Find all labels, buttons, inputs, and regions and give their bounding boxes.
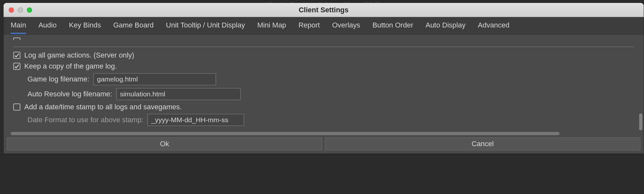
label-add-timestamp: Add a date/time stamp to all logs and sa…: [24, 103, 182, 111]
titlebar: Client Settings: [4, 3, 644, 17]
tab-auto-display[interactable]: Auto Display: [426, 21, 466, 33]
checkbox-log-all-actions[interactable]: [13, 52, 20, 59]
row-keep-copy: Keep a copy of the game log.: [13, 62, 634, 70]
settings-content: Log all game actions. (Server only) Keep…: [4, 35, 644, 135]
tab-report[interactable]: Report: [298, 21, 320, 33]
row-add-timestamp: Add a date/time stamp to all logs and sa…: [13, 103, 634, 111]
checkbox-keep-copy[interactable]: [13, 63, 20, 70]
row-date-format: Date Format to use for above stamp:: [13, 114, 634, 126]
tab-game-board[interactable]: Game Board: [113, 21, 154, 33]
label-auto-resolve-filename: Auto Resolve log filename:: [28, 90, 112, 98]
tab-key-binds[interactable]: Key Binds: [69, 21, 101, 33]
clipped-checkbox[interactable]: [13, 38, 20, 40]
tab-overlays[interactable]: Overlays: [332, 21, 360, 33]
input-game-log-filename[interactable]: [93, 73, 216, 85]
dialog-buttons: Ok Cancel: [7, 137, 640, 150]
row-game-log-filename: Game log filename:: [13, 73, 634, 85]
tab-bar: Main Audio Key Binds Game Board Unit Too…: [4, 17, 644, 35]
row-log-all-actions: Log all game actions. (Server only): [13, 51, 634, 59]
checkbox-add-timestamp[interactable]: [13, 103, 20, 111]
input-auto-resolve-filename[interactable]: [116, 88, 241, 100]
tab-mini-map[interactable]: Mini Map: [257, 21, 286, 33]
clipped-row-above: [13, 38, 634, 40]
tab-button-order[interactable]: Button Order: [372, 21, 413, 33]
vertical-scrollbar-thumb[interactable]: [639, 113, 642, 130]
group-separator: [13, 47, 634, 47]
input-date-format[interactable]: [147, 114, 244, 126]
row-auto-resolve-filename: Auto Resolve log filename:: [13, 88, 634, 100]
label-date-format: Date Format to use for above stamp:: [28, 116, 143, 124]
label-game-log-filename: Game log filename:: [28, 75, 89, 83]
tab-advanced[interactable]: Advanced: [478, 21, 509, 33]
ok-button[interactable]: Ok: [7, 137, 322, 150]
label-keep-copy: Keep a copy of the game log.: [24, 62, 117, 70]
tab-audio[interactable]: Audio: [39, 21, 57, 33]
tab-unit-tooltip[interactable]: Unit Tooltip / Unit Display: [166, 21, 245, 33]
cancel-button[interactable]: Cancel: [325, 137, 640, 150]
label-log-all-actions: Log all game actions. (Server only): [24, 51, 134, 59]
horizontal-scrollbar[interactable]: [11, 132, 560, 135]
vertical-scrollbar-track[interactable]: [639, 38, 642, 130]
dialog-title: Client Settings: [4, 6, 644, 14]
client-settings-dialog: Client Settings Main Audio Key Binds Gam…: [3, 3, 644, 154]
tab-main[interactable]: Main: [11, 21, 26, 34]
